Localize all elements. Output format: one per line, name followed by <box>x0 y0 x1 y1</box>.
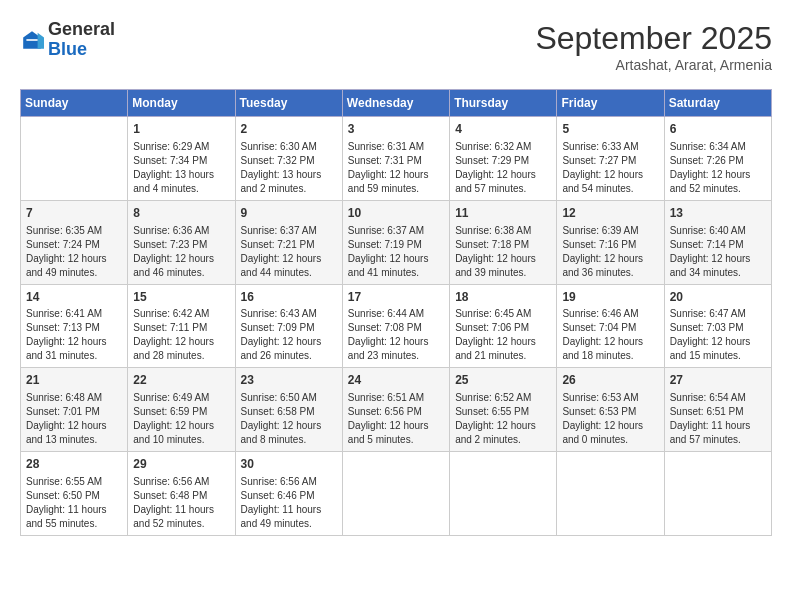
day-number: 24 <box>348 372 444 389</box>
calendar-cell: 19Sunrise: 6:46 AM Sunset: 7:04 PM Dayli… <box>557 284 664 368</box>
day-number: 20 <box>670 289 766 306</box>
day-info: Sunrise: 6:40 AM Sunset: 7:14 PM Dayligh… <box>670 224 766 280</box>
day-info: Sunrise: 6:29 AM Sunset: 7:34 PM Dayligh… <box>133 140 229 196</box>
day-number: 25 <box>455 372 551 389</box>
day-number: 18 <box>455 289 551 306</box>
logo-blue-text: Blue <box>48 39 87 59</box>
day-number: 12 <box>562 205 658 222</box>
svg-marker-1 <box>38 33 44 49</box>
day-number: 5 <box>562 121 658 138</box>
day-number: 2 <box>241 121 337 138</box>
calendar-cell: 12Sunrise: 6:39 AM Sunset: 7:16 PM Dayli… <box>557 200 664 284</box>
day-info: Sunrise: 6:46 AM Sunset: 7:04 PM Dayligh… <box>562 307 658 363</box>
day-number: 1 <box>133 121 229 138</box>
day-number: 17 <box>348 289 444 306</box>
day-number: 29 <box>133 456 229 473</box>
day-header-tuesday: Tuesday <box>235 90 342 117</box>
day-number: 30 <box>241 456 337 473</box>
calendar-cell: 26Sunrise: 6:53 AM Sunset: 6:53 PM Dayli… <box>557 368 664 452</box>
day-info: Sunrise: 6:42 AM Sunset: 7:11 PM Dayligh… <box>133 307 229 363</box>
day-info: Sunrise: 6:30 AM Sunset: 7:32 PM Dayligh… <box>241 140 337 196</box>
day-number: 26 <box>562 372 658 389</box>
day-info: Sunrise: 6:39 AM Sunset: 7:16 PM Dayligh… <box>562 224 658 280</box>
day-number: 22 <box>133 372 229 389</box>
day-number: 13 <box>670 205 766 222</box>
calendar-cell: 28Sunrise: 6:55 AM Sunset: 6:50 PM Dayli… <box>21 452 128 536</box>
day-number: 10 <box>348 205 444 222</box>
calendar-cell: 10Sunrise: 6:37 AM Sunset: 7:19 PM Dayli… <box>342 200 449 284</box>
day-info: Sunrise: 6:45 AM Sunset: 7:06 PM Dayligh… <box>455 307 551 363</box>
day-number: 6 <box>670 121 766 138</box>
calendar-cell <box>342 452 449 536</box>
day-info: Sunrise: 6:51 AM Sunset: 6:56 PM Dayligh… <box>348 391 444 447</box>
title-block: September 2025 Artashat, Ararat, Armenia <box>535 20 772 73</box>
calendar-cell: 30Sunrise: 6:56 AM Sunset: 6:46 PM Dayli… <box>235 452 342 536</box>
calendar-cell: 25Sunrise: 6:52 AM Sunset: 6:55 PM Dayli… <box>450 368 557 452</box>
day-info: Sunrise: 6:54 AM Sunset: 6:51 PM Dayligh… <box>670 391 766 447</box>
calendar-cell <box>557 452 664 536</box>
calendar-cell: 15Sunrise: 6:42 AM Sunset: 7:11 PM Dayli… <box>128 284 235 368</box>
logo: General Blue <box>20 20 115 60</box>
day-info: Sunrise: 6:47 AM Sunset: 7:03 PM Dayligh… <box>670 307 766 363</box>
calendar-cell <box>21 117 128 201</box>
calendar-cell: 11Sunrise: 6:38 AM Sunset: 7:18 PM Dayli… <box>450 200 557 284</box>
calendar-week-4: 21Sunrise: 6:48 AM Sunset: 7:01 PM Dayli… <box>21 368 772 452</box>
location-subtitle: Artashat, Ararat, Armenia <box>535 57 772 73</box>
calendar-week-1: 1Sunrise: 6:29 AM Sunset: 7:34 PM Daylig… <box>21 117 772 201</box>
day-info: Sunrise: 6:31 AM Sunset: 7:31 PM Dayligh… <box>348 140 444 196</box>
day-header-sunday: Sunday <box>21 90 128 117</box>
calendar-cell: 1Sunrise: 6:29 AM Sunset: 7:34 PM Daylig… <box>128 117 235 201</box>
day-number: 16 <box>241 289 337 306</box>
day-number: 3 <box>348 121 444 138</box>
day-info: Sunrise: 6:34 AM Sunset: 7:26 PM Dayligh… <box>670 140 766 196</box>
day-header-thursday: Thursday <box>450 90 557 117</box>
day-header-monday: Monday <box>128 90 235 117</box>
calendar-cell: 7Sunrise: 6:35 AM Sunset: 7:24 PM Daylig… <box>21 200 128 284</box>
calendar-cell: 29Sunrise: 6:56 AM Sunset: 6:48 PM Dayli… <box>128 452 235 536</box>
calendar-cell: 17Sunrise: 6:44 AM Sunset: 7:08 PM Dayli… <box>342 284 449 368</box>
day-info: Sunrise: 6:55 AM Sunset: 6:50 PM Dayligh… <box>26 475 122 531</box>
calendar-week-2: 7Sunrise: 6:35 AM Sunset: 7:24 PM Daylig… <box>21 200 772 284</box>
calendar-week-5: 28Sunrise: 6:55 AM Sunset: 6:50 PM Dayli… <box>21 452 772 536</box>
day-info: Sunrise: 6:43 AM Sunset: 7:09 PM Dayligh… <box>241 307 337 363</box>
day-info: Sunrise: 6:41 AM Sunset: 7:13 PM Dayligh… <box>26 307 122 363</box>
calendar-cell: 27Sunrise: 6:54 AM Sunset: 6:51 PM Dayli… <box>664 368 771 452</box>
day-number: 7 <box>26 205 122 222</box>
calendar-cell: 24Sunrise: 6:51 AM Sunset: 6:56 PM Dayli… <box>342 368 449 452</box>
day-header-wednesday: Wednesday <box>342 90 449 117</box>
day-info: Sunrise: 6:56 AM Sunset: 6:46 PM Dayligh… <box>241 475 337 531</box>
calendar-cell: 2Sunrise: 6:30 AM Sunset: 7:32 PM Daylig… <box>235 117 342 201</box>
day-info: Sunrise: 6:52 AM Sunset: 6:55 PM Dayligh… <box>455 391 551 447</box>
calendar-cell: 8Sunrise: 6:36 AM Sunset: 7:23 PM Daylig… <box>128 200 235 284</box>
day-number: 27 <box>670 372 766 389</box>
calendar-cell <box>450 452 557 536</box>
day-info: Sunrise: 6:53 AM Sunset: 6:53 PM Dayligh… <box>562 391 658 447</box>
day-info: Sunrise: 6:37 AM Sunset: 7:21 PM Dayligh… <box>241 224 337 280</box>
day-number: 14 <box>26 289 122 306</box>
calendar-header-row: SundayMondayTuesdayWednesdayThursdayFrid… <box>21 90 772 117</box>
day-number: 4 <box>455 121 551 138</box>
day-number: 15 <box>133 289 229 306</box>
calendar-cell: 21Sunrise: 6:48 AM Sunset: 7:01 PM Dayli… <box>21 368 128 452</box>
day-number: 23 <box>241 372 337 389</box>
calendar-cell: 9Sunrise: 6:37 AM Sunset: 7:21 PM Daylig… <box>235 200 342 284</box>
day-info: Sunrise: 6:48 AM Sunset: 7:01 PM Dayligh… <box>26 391 122 447</box>
day-header-friday: Friday <box>557 90 664 117</box>
logo-icon <box>20 28 44 52</box>
calendar-table: SundayMondayTuesdayWednesdayThursdayFrid… <box>20 89 772 536</box>
calendar-cell: 18Sunrise: 6:45 AM Sunset: 7:06 PM Dayli… <box>450 284 557 368</box>
day-info: Sunrise: 6:33 AM Sunset: 7:27 PM Dayligh… <box>562 140 658 196</box>
calendar-cell: 5Sunrise: 6:33 AM Sunset: 7:27 PM Daylig… <box>557 117 664 201</box>
calendar-week-3: 14Sunrise: 6:41 AM Sunset: 7:13 PM Dayli… <box>21 284 772 368</box>
svg-rect-2 <box>26 39 37 41</box>
calendar-cell: 23Sunrise: 6:50 AM Sunset: 6:58 PM Dayli… <box>235 368 342 452</box>
day-info: Sunrise: 6:36 AM Sunset: 7:23 PM Dayligh… <box>133 224 229 280</box>
day-header-saturday: Saturday <box>664 90 771 117</box>
calendar-cell: 13Sunrise: 6:40 AM Sunset: 7:14 PM Dayli… <box>664 200 771 284</box>
calendar-cell: 22Sunrise: 6:49 AM Sunset: 6:59 PM Dayli… <box>128 368 235 452</box>
day-info: Sunrise: 6:35 AM Sunset: 7:24 PM Dayligh… <box>26 224 122 280</box>
day-number: 11 <box>455 205 551 222</box>
calendar-cell: 14Sunrise: 6:41 AM Sunset: 7:13 PM Dayli… <box>21 284 128 368</box>
calendar-cell: 4Sunrise: 6:32 AM Sunset: 7:29 PM Daylig… <box>450 117 557 201</box>
month-title: September 2025 <box>535 20 772 57</box>
